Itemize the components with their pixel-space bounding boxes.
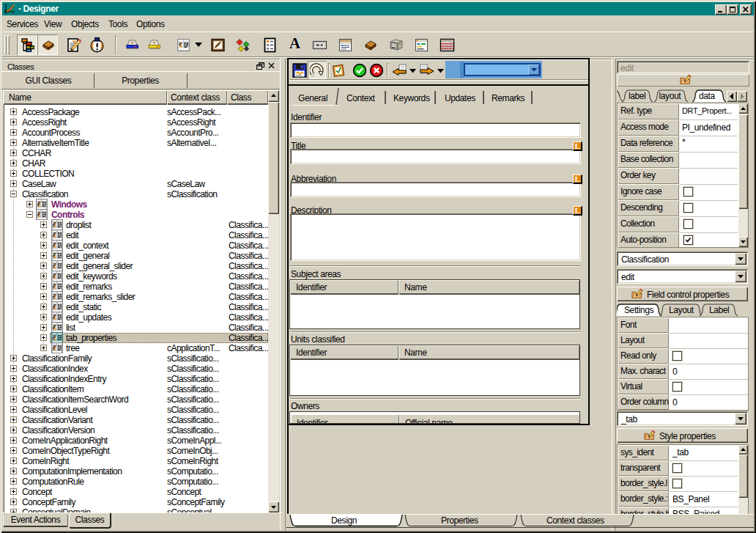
svg-text:Settings: Settings (624, 305, 654, 315)
svg-text:Properties: Properties (441, 515, 478, 526)
svg-text:Context classes: Context classes (546, 515, 604, 526)
svg-text:Layout: Layout (669, 305, 694, 315)
svg-text:layout: layout (659, 91, 682, 101)
svg-text:data: data (699, 91, 715, 101)
svg-text:Label: Label (709, 305, 729, 315)
svg-text:Design: Design (331, 515, 357, 526)
svg-text:label: label (629, 91, 645, 101)
